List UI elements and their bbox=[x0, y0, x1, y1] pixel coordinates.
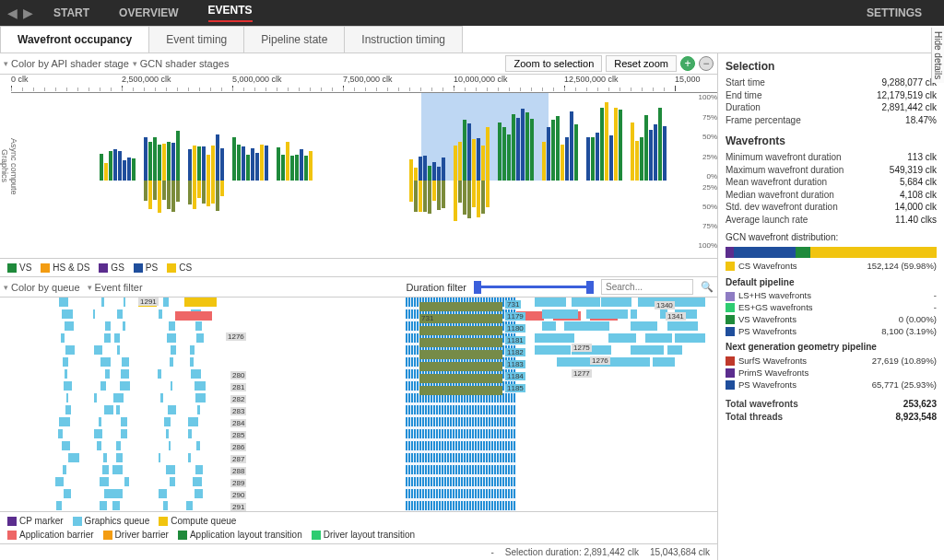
tab-instr[interactable]: Instruction timing bbox=[344, 26, 463, 52]
queue-legend: CP marker Graphics queue Compute queue bbox=[0, 511, 717, 530]
dd-gcn[interactable]: ▾GCN shader stages bbox=[133, 58, 230, 69]
dd-eventfilter[interactable]: ▾Event filter bbox=[88, 282, 143, 293]
events-timeline[interactable]: 7311179118011811182118311841185731129112… bbox=[0, 298, 717, 511]
hide-details-button[interactable]: Hide details bbox=[931, 28, 944, 83]
status-bar: - Selection duration: 2,891,442 clk 15,0… bbox=[0, 543, 717, 560]
chevron-down-icon: ▾ bbox=[4, 59, 8, 68]
zoom-out-button[interactable]: − bbox=[699, 56, 714, 71]
top-start[interactable]: START bbox=[53, 6, 89, 19]
details-panel: Selection Start time9,288,077 clk End ti… bbox=[718, 53, 944, 560]
dd-colorby[interactable]: ▾Color by API shader stage bbox=[4, 58, 129, 69]
shader-legend: VS HS & DS GS PS CS bbox=[0, 259, 717, 277]
zoom-in-button[interactable]: + bbox=[680, 56, 695, 71]
dd-colorqueue[interactable]: ▾Color by queue bbox=[4, 282, 80, 293]
tab-timing[interactable]: Event timing bbox=[148, 26, 243, 52]
nav-fwd[interactable]: ▶ bbox=[23, 6, 33, 20]
duration-slider[interactable] bbox=[474, 286, 594, 288]
chevron-down-icon: ▾ bbox=[133, 59, 137, 68]
top-events[interactable]: EVENTS bbox=[208, 4, 253, 22]
tab-pipeline[interactable]: Pipeline state bbox=[243, 26, 344, 52]
search-icon[interactable]: 🔍 bbox=[701, 281, 714, 293]
tab-occupancy[interactable]: Wavefront occupancy bbox=[0, 26, 148, 52]
duration-filter-label: Duration filter bbox=[407, 282, 466, 293]
distribution-bar bbox=[726, 247, 937, 258]
reset-zoom-button[interactable]: Reset zoom bbox=[606, 55, 677, 72]
top-settings[interactable]: SETTINGS bbox=[867, 6, 922, 19]
top-overview[interactable]: OVERVIEW bbox=[119, 6, 178, 19]
nav-back[interactable]: ◀ bbox=[7, 6, 18, 20]
search-input[interactable] bbox=[601, 279, 693, 295]
occupancy-chart[interactable]: Graphics Async compute 0 clk2,500,000 cl… bbox=[0, 75, 717, 259]
zoom-selection-button[interactable]: Zoom to selection bbox=[505, 55, 602, 72]
